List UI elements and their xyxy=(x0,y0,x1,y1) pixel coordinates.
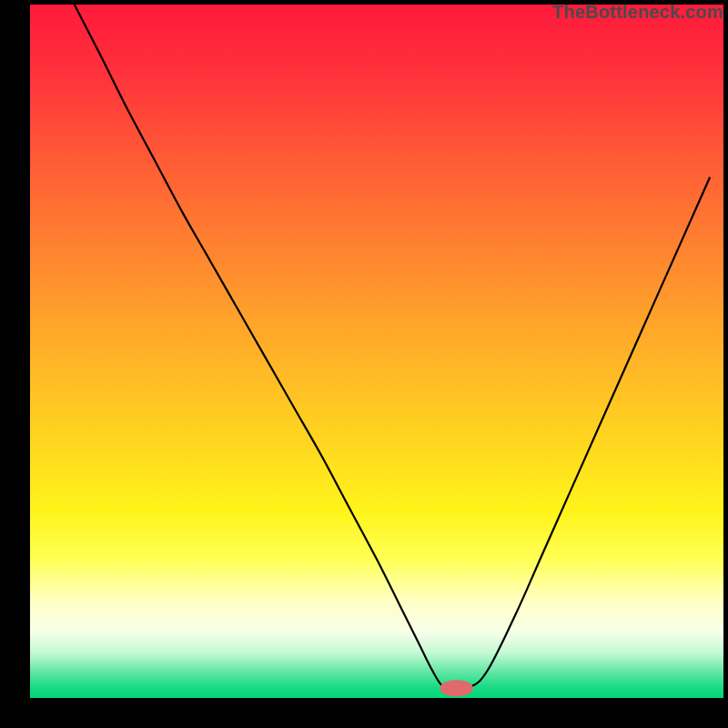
watermark-text: TheBottleneck.com xyxy=(552,2,723,23)
optimal-point xyxy=(440,680,473,696)
chart-frame: TheBottleneck.com xyxy=(0,0,728,728)
bottleneck-plot xyxy=(30,5,723,698)
plot-background xyxy=(30,5,723,698)
